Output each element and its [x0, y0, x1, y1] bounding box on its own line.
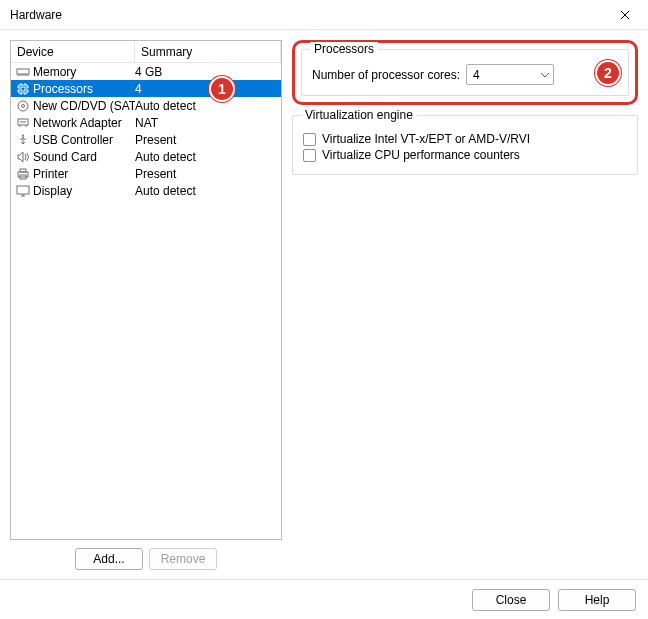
table-row[interactable]: Processors41 — [11, 80, 281, 97]
table-row[interactable]: Sound CardAuto detect — [11, 148, 281, 165]
col-header-summary[interactable]: Summary — [135, 41, 281, 62]
annotation-highlight: Processors Number of processor cores: 4 … — [292, 40, 638, 105]
remove-button: Remove — [149, 548, 217, 570]
cores-dropdown[interactable]: 4 — [466, 64, 554, 85]
usb-icon — [15, 133, 31, 147]
cores-value: 4 — [473, 68, 480, 82]
cores-label: Number of processor cores: — [312, 68, 460, 82]
svg-point-6 — [22, 134, 24, 136]
device-summary: Auto detect — [135, 150, 281, 164]
device-summary: 4 — [135, 82, 281, 96]
disc-icon — [15, 99, 31, 113]
svg-point-4 — [22, 104, 25, 107]
display-icon — [15, 184, 31, 198]
device-summary: 4 GB — [135, 65, 281, 79]
device-summary: Auto detect — [135, 184, 281, 198]
svg-point-3 — [18, 101, 28, 111]
virt-vtx-checkbox[interactable] — [303, 133, 316, 146]
device-name: Sound Card — [33, 150, 135, 164]
table-row[interactable]: Memory4 GB — [11, 63, 281, 80]
window-close-button[interactable] — [602, 0, 648, 30]
content-area: Device Summary Memory4 GBProcessors41New… — [0, 30, 648, 579]
device-name: USB Controller — [33, 133, 135, 147]
hardware-window: Hardware Device Summary Memory4 GBProces… — [0, 0, 648, 619]
svg-rect-8 — [20, 169, 26, 172]
device-list[interactable]: Device Summary Memory4 GBProcessors41New… — [10, 40, 282, 540]
table-row[interactable]: PrinterPresent — [11, 165, 281, 182]
right-panel: Processors Number of processor cores: 4 … — [292, 40, 638, 574]
processors-legend: Processors — [310, 42, 378, 56]
device-summary: Present — [135, 133, 281, 147]
help-button[interactable]: Help — [558, 589, 636, 611]
add-button[interactable]: Add... — [75, 548, 143, 570]
device-name: Network Adapter — [33, 116, 135, 130]
list-buttons: Add... Remove — [10, 540, 282, 574]
footer: Close Help — [0, 579, 648, 619]
close-icon — [620, 7, 630, 23]
table-row[interactable]: USB ControllerPresent — [11, 131, 281, 148]
svg-rect-10 — [17, 186, 29, 194]
svg-rect-0 — [17, 69, 29, 74]
virt-perf-checkbox[interactable] — [303, 149, 316, 162]
virt-perf-label: Virtualize CPU performance counters — [322, 148, 520, 162]
chevron-down-icon — [541, 70, 549, 80]
device-name: New CD/DVD (SATA) — [33, 99, 135, 113]
list-header: Device Summary — [11, 41, 281, 63]
virtualization-legend: Virtualization engine — [301, 108, 417, 122]
device-summary: Present — [135, 167, 281, 181]
network-icon — [15, 116, 31, 130]
device-summary: NAT — [135, 116, 281, 130]
svg-rect-1 — [19, 85, 27, 93]
virt-perf-row[interactable]: Virtualize CPU performance counters — [303, 148, 627, 162]
memory-icon — [15, 65, 31, 79]
table-row[interactable]: DisplayAuto detect — [11, 182, 281, 199]
window-title: Hardware — [10, 8, 62, 22]
device-name: Printer — [33, 167, 135, 181]
device-summary: Auto detect — [135, 99, 281, 113]
table-row[interactable]: New CD/DVD (SATA)Auto detect — [11, 97, 281, 114]
virt-vtx-label: Virtualize Intel VT-x/EPT or AMD-V/RVI — [322, 132, 530, 146]
cpu-icon — [15, 82, 31, 96]
virtualization-group: Virtualization engine Virtualize Intel V… — [292, 115, 638, 175]
svg-rect-2 — [21, 87, 25, 91]
device-name: Processors — [33, 82, 135, 96]
col-header-device[interactable]: Device — [11, 41, 135, 62]
close-button[interactable]: Close — [472, 589, 550, 611]
device-name: Memory — [33, 65, 135, 79]
printer-icon — [15, 167, 31, 181]
processors-group: Processors Number of processor cores: 4 — [301, 49, 629, 96]
left-panel: Device Summary Memory4 GBProcessors41New… — [10, 40, 282, 574]
titlebar: Hardware — [0, 0, 648, 30]
annotation-badge-2: 2 — [595, 60, 621, 86]
device-name: Display — [33, 184, 135, 198]
sound-icon — [15, 150, 31, 164]
virt-vtx-row[interactable]: Virtualize Intel VT-x/EPT or AMD-V/RVI — [303, 132, 627, 146]
table-row[interactable]: Network AdapterNAT — [11, 114, 281, 131]
